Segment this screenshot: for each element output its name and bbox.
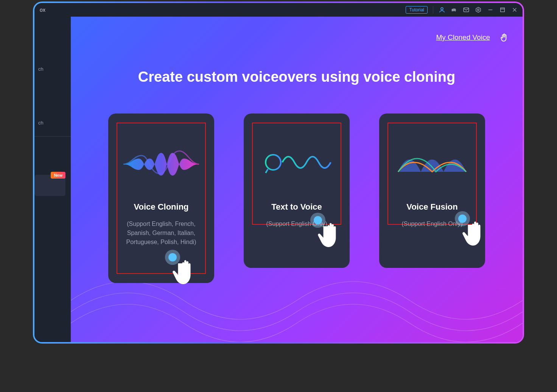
my-cloned-voice-link[interactable]: My Cloned Voice: [436, 33, 490, 42]
user-icon[interactable]: [439, 6, 445, 13]
sidebar-item-active[interactable]: New: [34, 175, 65, 196]
sidebar-item[interactable]: ch: [34, 115, 71, 130]
sidebar: ch ch New: [34, 17, 71, 342]
app-window: ox Tutorial: [33, 2, 524, 344]
mail-icon[interactable]: [463, 6, 470, 13]
card-subtitle: (Support English Only): [386, 219, 478, 229]
discord-icon[interactable]: [451, 6, 457, 13]
new-badge: New: [51, 172, 65, 179]
gesture-icon[interactable]: [499, 33, 509, 42]
svg-point-0: [441, 8, 443, 10]
text-to-voice-icon: [244, 142, 350, 187]
sidebar-item-label: ch: [38, 120, 44, 126]
svg-point-3: [478, 9, 479, 11]
sidebar-item-label: ch: [38, 66, 44, 72]
voice-fusion-icon: [379, 142, 485, 187]
card-voice-cloning[interactable]: Voice Cloning (Support English, French, …: [108, 114, 214, 283]
app-title: ox: [40, 7, 45, 13]
settings-icon[interactable]: [475, 6, 482, 13]
card-text-to-voice[interactable]: Text to Voice (Support English Only): [244, 114, 350, 268]
sidebar-item[interactable]: ch: [34, 61, 71, 76]
card-title: Text to Voice: [244, 202, 350, 212]
card-title: Voice Cloning: [108, 202, 214, 212]
divider: [433, 6, 433, 14]
svg-rect-5: [501, 8, 505, 12]
card-subtitle: (Support English, French, Spanish, Germa…: [115, 219, 207, 247]
voice-wave-icon: [108, 142, 214, 187]
close-button[interactable]: [511, 6, 518, 13]
card-subtitle: (Support English Only): [250, 219, 343, 229]
tutorial-button[interactable]: Tutorial: [406, 6, 428, 14]
titlebar-actions: Tutorial: [406, 6, 518, 14]
main-panel: My Cloned Voice Create custom voiceovers…: [71, 17, 523, 342]
body: ch ch New My Cloned Voice Create custom …: [34, 17, 523, 342]
page-title: Create custom voiceovers using voice clo…: [71, 69, 523, 85]
minimize-button[interactable]: [487, 6, 494, 13]
titlebar: ox Tutorial: [34, 3, 523, 17]
svg-marker-2: [476, 7, 481, 12]
card-title: Voice Fusion: [379, 202, 485, 212]
sidebar-divider: [34, 136, 71, 137]
main-header: My Cloned Voice: [436, 33, 509, 42]
maximize-button[interactable]: [499, 6, 506, 13]
svg-point-9: [266, 155, 281, 170]
card-voice-fusion[interactable]: Voice Fusion (Support English Only): [379, 114, 485, 268]
cards-row: Voice Cloning (Support English, French, …: [71, 114, 523, 283]
